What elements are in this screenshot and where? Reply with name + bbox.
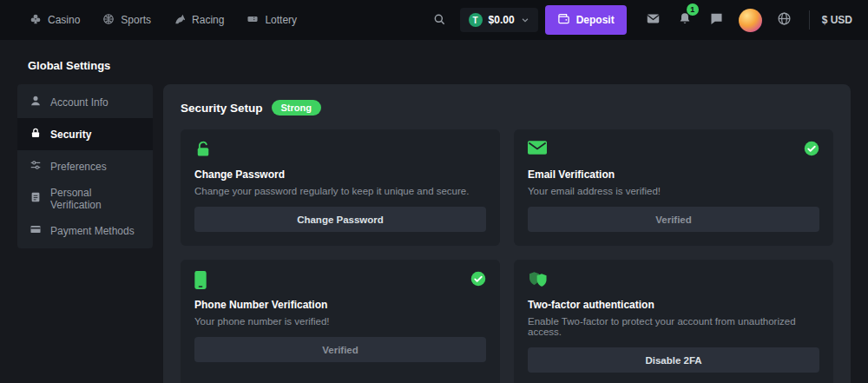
topnav-actions: T $0.00 Deposit 1 $ USD <box>427 5 854 35</box>
card-phone-verification: Phone Number Verification Your phone num… <box>181 260 500 383</box>
nav-item-casino[interactable]: Casino <box>19 6 90 35</box>
credit-card-icon <box>30 223 42 238</box>
racing-horse-icon <box>174 13 186 28</box>
card-title: Email Verification <box>528 168 819 181</box>
balance-amount: $0.00 <box>489 14 515 26</box>
sports-icon <box>102 13 115 28</box>
chat-button[interactable] <box>704 6 729 34</box>
primary-nav: Casino Sports Racing Lottery <box>19 6 307 35</box>
strength-badge: Strong <box>272 100 321 116</box>
card-description: Change your password regularly to keep i… <box>194 186 486 196</box>
card-description: Your email address is verified! <box>528 186 819 196</box>
search-button[interactable] <box>427 7 451 34</box>
deposit-button[interactable]: Deposit <box>545 5 627 35</box>
card-change-password: Change Password Change your password reg… <box>181 129 500 246</box>
sidebar-item-label: Account Info <box>50 96 108 109</box>
sidebar-item-account-info[interactable]: Account Info <box>17 86 153 118</box>
lottery-ticket-icon <box>247 13 259 28</box>
deposit-label: Deposit <box>576 14 615 26</box>
user-avatar[interactable] <box>739 9 762 32</box>
disable-2fa-button[interactable]: Disable 2FA <box>528 347 819 373</box>
nav-item-sports[interactable]: Sports <box>92 6 161 35</box>
chevron-down-icon <box>521 16 529 24</box>
card-title: Change Password <box>194 168 486 181</box>
card-title: Two-factor authentication <box>528 299 819 311</box>
wallet-icon <box>557 12 570 28</box>
card-description: Enable Two-factor to protect your accoun… <box>528 316 819 337</box>
page-title: Global Settings <box>28 59 851 72</box>
globe-icon <box>777 11 792 29</box>
sidebar-item-security[interactable]: Security <box>17 118 153 150</box>
verified-check-icon <box>804 141 819 160</box>
phone-icon <box>194 271 207 289</box>
security-cards-grid: Change Password Change your password reg… <box>181 129 833 383</box>
top-navigation: Casino Sports Racing Lottery T $0.00 Dep… <box>0 0 868 40</box>
card-title: Phone Number Verification <box>194 299 486 311</box>
change-password-button[interactable]: Change Password <box>194 207 486 232</box>
card-two-factor: Two-factor authentication Enable Two-fac… <box>514 260 833 383</box>
wallet-balance-selector[interactable]: T $0.00 <box>460 8 538 32</box>
nav-item-lottery[interactable]: Lottery <box>236 6 307 35</box>
sidebar-item-label: Security <box>50 129 91 141</box>
user-icon <box>30 95 42 109</box>
padlock-icon <box>194 141 212 158</box>
security-setup-panel: Security Setup Strong Change Password Ch… <box>163 84 851 383</box>
card-email-verification: Email Verification Your email address is… <box>514 129 833 246</box>
settings-page: Global Settings Account Info Security Pr… <box>0 40 868 383</box>
lock-icon <box>30 127 42 142</box>
nav-label: Racing <box>192 14 224 26</box>
currency-selector[interactable]: $ USD <box>809 10 854 30</box>
tether-coin-icon: T <box>469 13 483 27</box>
search-icon <box>432 12 446 29</box>
envelope-icon <box>528 141 547 155</box>
sidebar-item-personal-verification[interactable]: Personal Verification <box>17 182 153 215</box>
nav-label: Lottery <box>265 14 297 26</box>
mail-icon <box>646 11 661 29</box>
sidebar-item-preferences[interactable]: Preferences <box>17 150 153 182</box>
nav-label: Casino <box>48 14 80 26</box>
chat-icon <box>709 11 724 29</box>
document-icon <box>30 191 42 206</box>
phone-verified-button[interactable]: Verified <box>194 337 486 362</box>
shield-icon <box>528 271 549 288</box>
casino-icon <box>30 13 42 28</box>
email-verified-button[interactable]: Verified <box>528 207 819 232</box>
notification-badge: 1 <box>687 3 699 16</box>
section-title: Security Setup <box>181 102 263 115</box>
settings-sidebar: Account Info Security Preferences Person… <box>17 84 153 248</box>
notifications-button[interactable]: 1 <box>673 6 697 34</box>
language-globe-button[interactable] <box>772 6 797 34</box>
sliders-icon <box>30 159 42 174</box>
sidebar-item-label: Payment Methods <box>50 225 135 237</box>
nav-label: Sports <box>121 14 151 26</box>
card-description: Your phone number is verified! <box>194 316 486 327</box>
sidebar-item-label: Preferences <box>50 161 107 173</box>
sidebar-item-label: Personal Verification <box>50 187 141 211</box>
verified-check-icon <box>470 271 486 290</box>
mail-button[interactable] <box>641 6 666 34</box>
nav-item-racing[interactable]: Racing <box>163 6 234 35</box>
sidebar-item-payment-methods[interactable]: Payment Methods <box>17 215 153 247</box>
